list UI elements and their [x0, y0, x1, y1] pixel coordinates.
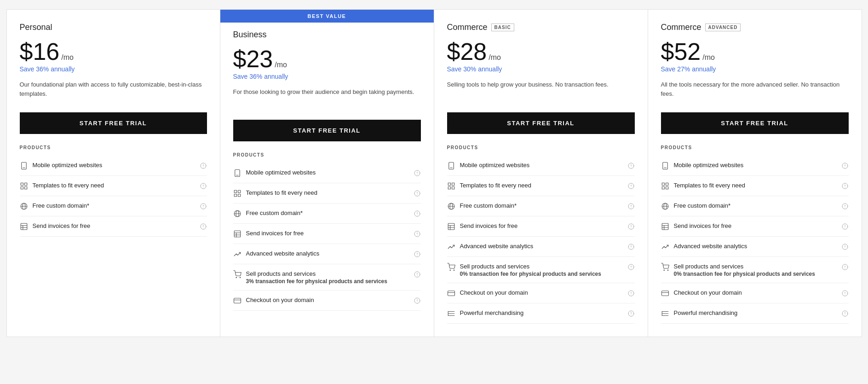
info-icon[interactable] — [627, 243, 635, 250]
feature-subtext: 3% transaction fee for physical products… — [246, 278, 387, 285]
feature-text-block: Sell products and services 0% transactio… — [460, 262, 601, 277]
analytics-icon — [661, 243, 669, 251]
info-icon[interactable] — [627, 203, 635, 210]
plan-card-personal: Personal $16 /mo Save 36% annuallyOur fo… — [6, 9, 220, 337]
feature-left: Checkout on your domain — [661, 289, 839, 297]
feature-text-block: Free custom domain* — [460, 202, 517, 210]
feature-item: Powerful merchandising — [447, 303, 635, 324]
feature-item: Free custom domain* — [447, 196, 635, 216]
price-save[interactable]: Save 27% annually — [661, 65, 849, 73]
info-icon[interactable] — [200, 162, 207, 169]
info-icon[interactable] — [414, 169, 421, 177]
feature-left: Send invoices for free — [661, 222, 839, 231]
feature-text-block: Advanced website analytics — [674, 242, 747, 250]
svg-rect-5 — [21, 183, 23, 185]
feature-left: Sell products and services 0% transactio… — [447, 262, 625, 277]
feature-left: Powerful merchandising — [447, 309, 625, 318]
info-icon[interactable] — [200, 203, 207, 210]
feature-text: Mobile optimized websites — [246, 169, 316, 177]
plan-badge: ADVANCED — [705, 23, 741, 31]
feature-text-block: Send invoices for free — [33, 222, 91, 230]
feature-text: Templates to fit every need — [674, 181, 745, 190]
feature-text-block: Templates to fit every need — [246, 189, 317, 197]
globe-icon — [20, 202, 28, 210]
feature-text: Powerful merchandising — [460, 309, 524, 317]
products-label: PRODUCTS — [661, 145, 849, 150]
price-mo: /mo — [489, 53, 501, 62]
info-icon[interactable] — [841, 310, 849, 317]
feature-left: Mobile optimized websites — [233, 169, 411, 177]
grid-icon — [661, 182, 669, 190]
svg-rect-6 — [24, 183, 27, 185]
cta-button[interactable]: START FREE TRIAL — [20, 112, 207, 134]
cta-button[interactable]: START FREE TRIAL — [233, 120, 421, 141]
info-icon[interactable] — [200, 223, 207, 230]
plan-price: $16 /mo — [20, 40, 207, 64]
svg-rect-43 — [234, 231, 241, 237]
plan-price: $23 /mo — [233, 47, 421, 71]
info-icon[interactable] — [627, 182, 635, 190]
feature-item: Sell products and services 3% transactio… — [233, 264, 421, 291]
info-icon[interactable] — [627, 310, 635, 317]
plan-card-business: BEST VALUE Business $23 /mo Save 36% ann… — [220, 9, 434, 337]
price-save[interactable]: Save 30% annually — [447, 65, 635, 73]
svg-rect-8 — [24, 187, 27, 189]
invoice-icon — [20, 222, 28, 231]
feature-text-block: Mobile optimized websites — [246, 169, 316, 177]
info-icon[interactable] — [841, 182, 849, 190]
cta-button[interactable]: START FREE TRIAL — [661, 112, 849, 134]
info-icon[interactable] — [414, 190, 421, 197]
info-icon[interactable] — [414, 230, 421, 238]
info-icon[interactable] — [414, 297, 421, 304]
feature-text: Free custom domain* — [460, 202, 517, 210]
info-icon[interactable] — [627, 263, 635, 271]
analytics-icon — [233, 250, 241, 258]
info-icon[interactable] — [841, 223, 849, 230]
svg-rect-30 — [234, 190, 236, 192]
info-icon[interactable] — [627, 162, 635, 169]
info-icon[interactable] — [200, 182, 207, 190]
svg-rect-0 — [21, 163, 26, 169]
feature-item: Mobile optimized websites — [447, 156, 635, 176]
info-icon[interactable] — [414, 271, 421, 278]
cta-button[interactable]: START FREE TRIAL — [447, 112, 635, 134]
price-save[interactable]: Save 36% annually — [233, 73, 421, 80]
feature-item: Send invoices for free — [233, 224, 421, 244]
price-save[interactable]: Save 36% annually — [20, 65, 207, 73]
info-icon[interactable] — [414, 250, 421, 258]
feature-item: Mobile optimized websites — [20, 156, 207, 176]
info-icon[interactable] — [841, 203, 849, 210]
plan-name-text: Commerce — [661, 23, 701, 32]
svg-point-53 — [236, 277, 237, 278]
feature-text: Free custom domain* — [674, 202, 731, 210]
feature-text: Send invoices for free — [460, 222, 518, 230]
svg-point-91 — [450, 270, 451, 271]
grid-icon — [233, 189, 241, 198]
feature-item: Mobile optimized websites — [233, 163, 421, 183]
svg-point-137 — [667, 270, 668, 271]
feature-text-block: Free custom domain* — [674, 202, 731, 210]
feature-item: Checkout on your domain — [447, 283, 635, 303]
feature-text-block: Templates to fit every need — [674, 181, 745, 190]
feature-left: Free custom domain* — [447, 202, 625, 210]
info-icon[interactable] — [841, 243, 849, 250]
svg-rect-141 — [661, 291, 668, 296]
merch-icon — [447, 309, 455, 318]
feature-text-block: Templates to fit every need — [33, 181, 104, 190]
feature-text-block: Checkout on your domain — [460, 289, 528, 297]
info-icon[interactable] — [414, 210, 421, 217]
feature-left: Templates to fit every need — [20, 181, 197, 190]
info-icon[interactable] — [841, 290, 849, 297]
svg-rect-69 — [452, 183, 454, 185]
checkout-icon — [233, 297, 241, 305]
info-icon[interactable] — [841, 162, 849, 169]
info-icon[interactable] — [841, 263, 849, 271]
info-icon[interactable] — [627, 290, 635, 297]
plan-name: Personal — [20, 23, 207, 32]
info-icon[interactable] — [627, 223, 635, 230]
cart-icon — [661, 263, 669, 271]
feature-text: Checkout on your domain — [674, 289, 742, 297]
invoice-icon — [233, 230, 241, 238]
feature-text-block: Mobile optimized websites — [460, 161, 530, 169]
plan-name-text: Business — [233, 30, 267, 40]
